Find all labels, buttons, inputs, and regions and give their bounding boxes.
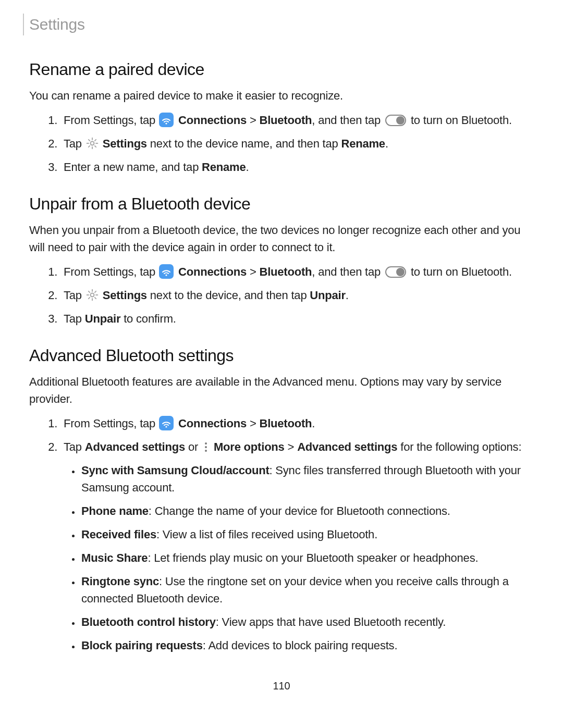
step-item: Tap Settings next to the device name, an… bbox=[60, 135, 534, 152]
step-text: to turn on Bluetooth. bbox=[408, 114, 512, 127]
step-item: Tap Unpair to confirm. bbox=[60, 310, 534, 327]
label-connections: Connections bbox=[178, 417, 247, 430]
list-item: Ringtone sync: Use the ringtone set on y… bbox=[80, 573, 534, 607]
step-item: From Settings, tap Connections > Bluetoo… bbox=[60, 415, 534, 432]
step-item: From Settings, tap Connections > Bluetoo… bbox=[60, 112, 534, 129]
heading-unpair: Unpair from a Bluetooth device bbox=[29, 191, 534, 216]
label-advanced-settings: Advanced settings bbox=[85, 440, 185, 453]
option-title: Sync with Samsung Cloud/account bbox=[81, 464, 270, 477]
intro-rename: You can rename a paired device to make i… bbox=[29, 87, 534, 104]
step-text: . bbox=[246, 161, 249, 174]
step-text: , and then tap bbox=[312, 265, 384, 278]
list-item: Block pairing requests: Add devices to b… bbox=[80, 637, 534, 654]
advanced-options-list: Sync with Samsung Cloud/account: Sync fi… bbox=[64, 462, 534, 654]
step-text: to confirm. bbox=[120, 312, 176, 325]
heading-rename-device: Rename a paired device bbox=[29, 57, 534, 82]
step-text: or bbox=[185, 440, 201, 453]
header-title: Settings bbox=[29, 13, 85, 36]
toggle-icon bbox=[385, 266, 406, 278]
step-text: Tap bbox=[64, 137, 85, 150]
list-item: Music Share: Let friends play music on y… bbox=[80, 549, 534, 566]
step-text: next to the device, and then tap bbox=[147, 289, 310, 302]
list-item: Sync with Samsung Cloud/account: Sync fi… bbox=[80, 462, 534, 496]
intro-advanced: Additional Bluetooth features are availa… bbox=[29, 373, 534, 408]
list-item: Bluetooth control history: View apps tha… bbox=[80, 613, 534, 631]
label-settings: Settings bbox=[103, 137, 147, 150]
label-advanced-settings: Advanced settings bbox=[297, 440, 397, 453]
more-options-icon bbox=[202, 441, 210, 453]
option-title: Ringtone sync bbox=[81, 575, 159, 588]
step-item: Tap Settings next to the device, and the… bbox=[60, 287, 534, 304]
step-text: Tap bbox=[64, 312, 85, 325]
step-text: Tap bbox=[64, 289, 85, 302]
step-text: to turn on Bluetooth. bbox=[408, 265, 512, 278]
step-text: next to the device name, and then tap bbox=[147, 137, 341, 150]
option-desc: : View apps that have used Bluetooth rec… bbox=[216, 615, 446, 628]
step-item: Tap Advanced settings or More options > … bbox=[60, 438, 534, 654]
connections-icon bbox=[159, 416, 174, 430]
connections-icon bbox=[159, 264, 174, 279]
step-text: From Settings, tap bbox=[64, 265, 158, 278]
step-separator: > bbox=[247, 417, 259, 430]
svg-point-2 bbox=[165, 275, 167, 276]
connections-icon bbox=[159, 113, 174, 127]
label-more-options: More options bbox=[214, 440, 285, 453]
steps-rename: From Settings, tap Connections > Bluetoo… bbox=[29, 112, 534, 176]
step-separator: > bbox=[285, 440, 297, 453]
step-text: . bbox=[346, 289, 349, 302]
steps-advanced: From Settings, tap Connections > Bluetoo… bbox=[29, 415, 534, 654]
option-title: Received files bbox=[81, 528, 156, 541]
option-title: Phone name bbox=[81, 504, 149, 517]
step-text: for the following options: bbox=[397, 440, 521, 453]
option-title: Music Share bbox=[81, 551, 148, 564]
heading-advanced: Advanced Bluetooth settings bbox=[29, 343, 534, 368]
gear-icon bbox=[85, 288, 99, 302]
label-unpair: Unpair bbox=[85, 312, 120, 325]
step-text: , and then tap bbox=[312, 114, 384, 127]
step-text: Enter a new name, and tap bbox=[64, 161, 202, 174]
list-item: Received files: View a list of files rec… bbox=[80, 526, 534, 543]
list-item: Phone name: Change the name of your devi… bbox=[80, 502, 534, 520]
option-desc: : View a list of files received using Bl… bbox=[156, 528, 377, 541]
label-unpair: Unpair bbox=[310, 289, 345, 302]
svg-point-0 bbox=[165, 123, 167, 125]
step-separator: > bbox=[247, 265, 259, 278]
option-title: Bluetooth control history bbox=[81, 615, 216, 628]
step-text: From Settings, tap bbox=[64, 114, 158, 127]
step-item: From Settings, tap Connections > Bluetoo… bbox=[60, 263, 534, 280]
svg-point-1 bbox=[90, 142, 94, 145]
option-desc: : Add devices to block pairing requests. bbox=[203, 639, 398, 652]
label-bluetooth: Bluetooth bbox=[260, 265, 312, 278]
label-connections: Connections bbox=[178, 114, 247, 127]
toggle-icon bbox=[385, 115, 406, 126]
step-item: Enter a new name, and tap Rename. bbox=[60, 158, 534, 176]
label-settings: Settings bbox=[103, 289, 147, 302]
page-header: Settings bbox=[23, 13, 534, 36]
label-bluetooth: Bluetooth bbox=[260, 417, 312, 430]
intro-unpair: When you unpair from a Bluetooth device,… bbox=[29, 221, 534, 256]
option-desc: : Change the name of your device for Blu… bbox=[149, 504, 450, 517]
step-text: From Settings, tap bbox=[64, 417, 158, 430]
step-text: Tap bbox=[64, 440, 85, 453]
gear-icon bbox=[85, 137, 99, 150]
header-divider bbox=[23, 14, 24, 35]
label-rename: Rename bbox=[202, 161, 246, 174]
step-separator: > bbox=[247, 114, 259, 127]
svg-point-3 bbox=[90, 293, 94, 297]
label-bluetooth: Bluetooth bbox=[260, 114, 312, 127]
option-title: Block pairing requests bbox=[81, 639, 203, 652]
step-text: . bbox=[385, 137, 388, 150]
step-text: . bbox=[312, 417, 315, 430]
label-rename: Rename bbox=[341, 137, 385, 150]
option-desc: : Let friends play music on your Bluetoo… bbox=[148, 551, 478, 564]
steps-unpair: From Settings, tap Connections > Bluetoo… bbox=[29, 263, 534, 327]
page-number: 110 bbox=[29, 678, 534, 694]
svg-point-4 bbox=[165, 426, 167, 428]
label-connections: Connections bbox=[178, 265, 247, 278]
